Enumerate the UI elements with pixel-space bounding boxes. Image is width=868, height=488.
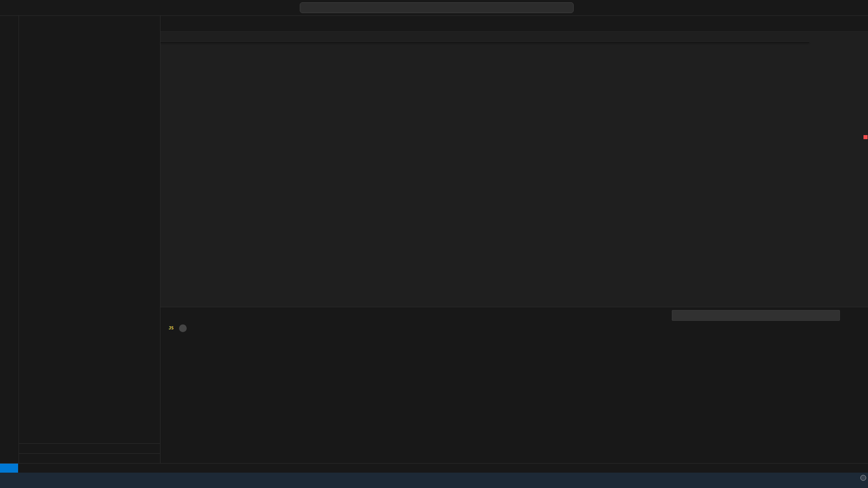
problems-status[interactable] xyxy=(28,464,40,473)
minimap[interactable] xyxy=(809,42,863,307)
problems-filter[interactable] xyxy=(672,310,840,321)
outline-section[interactable] xyxy=(19,443,160,453)
titlebar-right xyxy=(781,0,868,16)
problems-file-group[interactable]: JS xyxy=(160,323,868,333)
status-bar xyxy=(0,463,868,473)
git-branch-status[interactable] xyxy=(18,464,28,473)
timeline-section[interactable] xyxy=(19,453,160,463)
workspace-root-folder[interactable] xyxy=(19,32,160,42)
restore-button[interactable] xyxy=(827,0,848,16)
sticky-scroll xyxy=(160,42,809,43)
activity-bar xyxy=(0,16,19,463)
minimize-button[interactable] xyxy=(807,0,827,16)
close-button[interactable] xyxy=(848,0,868,16)
bottom-panel: JS xyxy=(160,307,868,463)
problems-filter-input[interactable] xyxy=(676,312,833,319)
history-navigation xyxy=(267,0,273,16)
js-file-icon: JS xyxy=(169,326,174,330)
remote-indicator[interactable] xyxy=(0,464,18,473)
explorer-sidebar xyxy=(19,16,160,463)
problem-count-badge xyxy=(179,324,187,332)
vscode-logo-icon xyxy=(4,3,13,12)
breadcrumb xyxy=(160,32,868,42)
command-center-search[interactable] xyxy=(300,2,574,13)
overview-error-marker xyxy=(863,135,868,139)
titlebar xyxy=(0,0,868,16)
code-editor[interactable] xyxy=(160,42,868,307)
windows-taskbar xyxy=(0,473,868,488)
overview-ruler[interactable] xyxy=(863,42,868,307)
editor-tabbar xyxy=(160,16,868,32)
desktop: JS xyxy=(0,0,868,488)
